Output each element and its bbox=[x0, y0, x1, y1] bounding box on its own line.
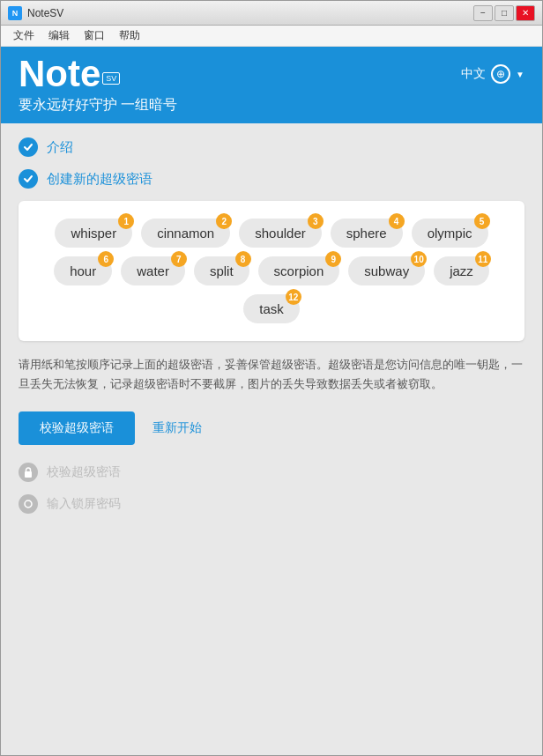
word-chip-2: cinnamon 2 bbox=[141, 219, 230, 248]
menu-window[interactable]: 窗口 bbox=[77, 26, 112, 45]
word-chip-11: jazz 11 bbox=[434, 256, 489, 285]
menu-edit[interactable]: 编辑 bbox=[41, 26, 77, 45]
word-num-1: 1 bbox=[118, 213, 134, 229]
word-text-9: scorpion bbox=[274, 263, 324, 278]
app-name-area: NoteSV bbox=[19, 56, 120, 93]
word-num-3: 3 bbox=[308, 213, 324, 229]
restart-button[interactable]: 重新开始 bbox=[152, 420, 202, 436]
locked-step-pin: 输入锁屏密码 bbox=[19, 494, 524, 514]
word-num-2: 2 bbox=[216, 213, 232, 229]
word-num-5: 5 bbox=[474, 213, 490, 229]
locked-verify-label: 校验超级密语 bbox=[47, 464, 121, 480]
language-area[interactable]: 中文 ⊕ ▼ bbox=[461, 64, 524, 84]
word-chip-8: split 8 bbox=[194, 256, 249, 285]
dropdown-arrow-icon: ▼ bbox=[516, 70, 524, 79]
header-top: NoteSV 中文 ⊕ ▼ bbox=[19, 56, 524, 93]
word-num-12: 12 bbox=[286, 289, 301, 305]
locked-pin-label: 输入锁屏密码 bbox=[47, 496, 121, 512]
word-text-6: hour bbox=[70, 263, 96, 278]
word-text-7: water bbox=[137, 263, 169, 278]
word-text-5: olympic bbox=[428, 226, 472, 241]
lock-icon-verify bbox=[19, 463, 38, 482]
word-chip-9: scorpion 9 bbox=[258, 256, 340, 285]
word-text-1: whisper bbox=[71, 226, 116, 241]
word-text-3: shoulder bbox=[255, 226, 306, 241]
locked-steps: 校验超级密语 输入锁屏密码 bbox=[19, 463, 524, 514]
menu-file[interactable]: 文件 bbox=[6, 26, 41, 45]
word-chip-6: hour 6 bbox=[54, 256, 112, 285]
app-subtitle: 要永远好好守护 一组暗号 bbox=[19, 96, 524, 115]
word-chip-5: olympic 5 bbox=[412, 219, 488, 248]
word-text-12: task bbox=[259, 301, 284, 316]
word-num-7: 7 bbox=[171, 251, 187, 267]
word-num-6: 6 bbox=[98, 251, 114, 267]
word-chip-7: water 7 bbox=[121, 256, 185, 285]
word-chip-1: whisper 1 bbox=[55, 219, 132, 248]
menu-bar: 文件 编辑 窗口 帮助 bbox=[1, 26, 542, 47]
svg-rect-0 bbox=[25, 471, 32, 478]
close-button[interactable]: ✕ bbox=[516, 5, 535, 21]
step-create: 创建新的超级密语 bbox=[19, 169, 524, 189]
step-intro: 介绍 bbox=[19, 137, 524, 157]
app-title: Note bbox=[19, 53, 100, 94]
step-intro-label: 介绍 bbox=[47, 139, 73, 156]
window-title: NoteSV bbox=[27, 7, 473, 19]
word-num-11: 11 bbox=[475, 251, 491, 267]
word-text-2: cinnamon bbox=[157, 226, 214, 241]
word-text-10: subway bbox=[364, 263, 409, 278]
word-chip-10: subway 10 bbox=[348, 256, 425, 285]
globe-icon: ⊕ bbox=[491, 64, 510, 84]
app-icon: N bbox=[8, 6, 22, 20]
word-text-8: split bbox=[210, 263, 234, 278]
title-bar: N NoteSV − □ ✕ bbox=[1, 1, 542, 26]
word-chip-3: shoulder 3 bbox=[239, 219, 322, 248]
svg-point-1 bbox=[25, 500, 32, 508]
maximize-button[interactable]: □ bbox=[495, 5, 514, 21]
language-label: 中文 bbox=[461, 66, 486, 82]
word-card: whisper 1 cinnamon 2 shoulder 3 sphere 4 bbox=[19, 201, 524, 341]
menu-help[interactable]: 帮助 bbox=[112, 26, 147, 45]
word-chip-4: sphere 4 bbox=[331, 219, 403, 248]
word-num-10: 10 bbox=[411, 251, 427, 267]
step-create-label: 创建新的超级密语 bbox=[47, 171, 152, 188]
word-num-8: 8 bbox=[235, 251, 251, 267]
minimize-button[interactable]: − bbox=[473, 5, 493, 21]
word-text-4: sphere bbox=[346, 226, 387, 241]
action-buttons: 校验超级密语 重新开始 bbox=[19, 411, 524, 445]
sv-badge: SV bbox=[102, 72, 120, 85]
word-chip-12: task 12 bbox=[243, 294, 300, 323]
main-content: 介绍 创建新的超级密语 whisper 1 cinnamon 2 bbox=[1, 123, 542, 755]
step-intro-icon bbox=[19, 137, 38, 157]
step-create-icon bbox=[19, 169, 38, 189]
app-header: NoteSV 中文 ⊕ ▼ 要永远好好守护 一组暗号 bbox=[1, 47, 542, 123]
word-num-4: 4 bbox=[389, 213, 405, 229]
locked-step-verify: 校验超级密语 bbox=[19, 463, 524, 482]
verify-button[interactable]: 校验超级密语 bbox=[19, 411, 135, 445]
word-num-9: 9 bbox=[325, 251, 341, 267]
window-controls: − □ ✕ bbox=[473, 5, 535, 21]
description-text: 请用纸和笔按顺序记录上面的超级密语，妥善保管超级密语。超级密语是您访问信息的唯一… bbox=[19, 355, 524, 394]
word-grid: whisper 1 cinnamon 2 shoulder 3 sphere 4 bbox=[33, 219, 510, 323]
app-window: N NoteSV − □ ✕ 文件 编辑 窗口 帮助 NoteSV 中文 ⊕ ▼… bbox=[0, 0, 543, 756]
lock-icon-pin bbox=[19, 494, 38, 514]
word-text-11: jazz bbox=[450, 263, 473, 278]
